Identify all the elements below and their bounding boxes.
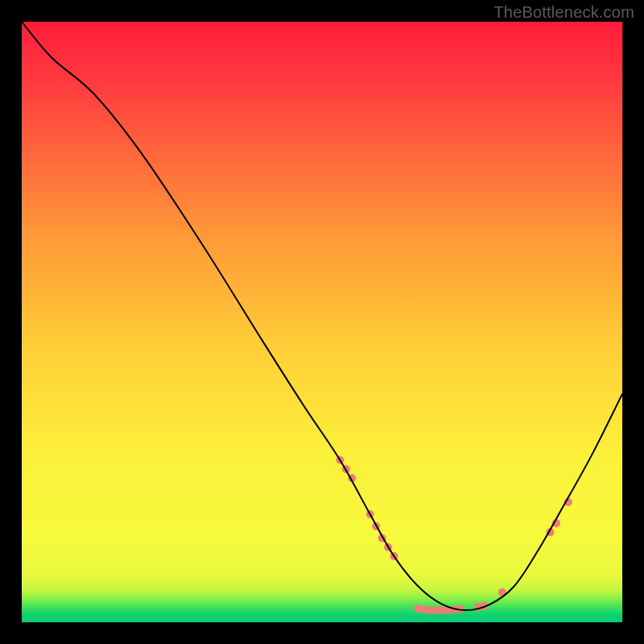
chart-root: TheBottleneck.com <box>0 0 644 644</box>
chart-svg <box>22 22 622 622</box>
data-markers <box>336 456 572 615</box>
bottleneck-curve <box>22 22 622 610</box>
plot-frame <box>22 22 622 622</box>
watermark-label: TheBottleneck.com <box>493 3 634 22</box>
